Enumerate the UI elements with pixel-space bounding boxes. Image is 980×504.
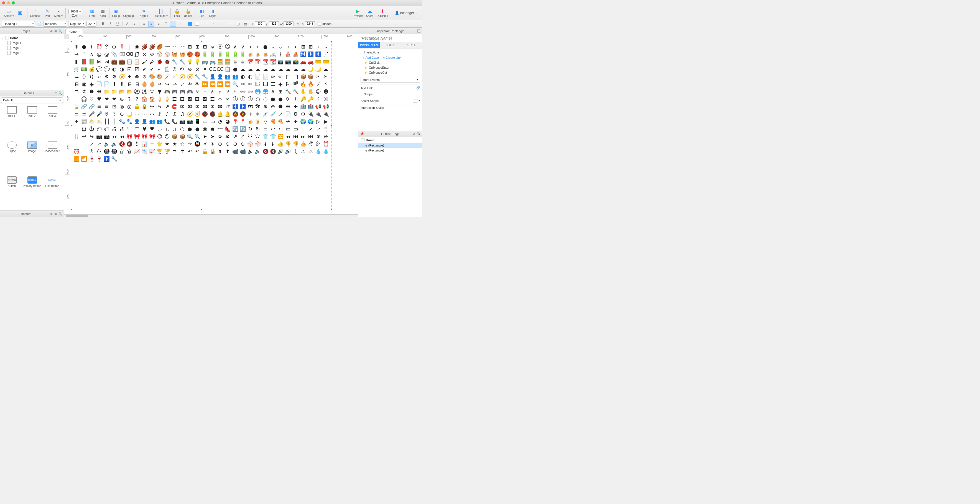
unlock-button[interactable]: 🔓Unlock (183, 7, 194, 19)
align-button[interactable]: ⫷Align ▾ (138, 7, 149, 19)
valign-middle-button[interactable]: ⊟ (170, 21, 176, 27)
tab-style[interactable]: STYLE (401, 42, 422, 48)
scrollbar-thumb[interactable] (66, 215, 88, 217)
copy-icon[interactable]: 📋 (417, 29, 421, 33)
connect-tool-button[interactable]: ⟋Connect (29, 7, 41, 19)
resize-handle-ne[interactable] (330, 40, 332, 42)
event-onmouseout[interactable]: OnMouseOut (358, 70, 422, 75)
interactions-section-header[interactable]: Interactions (358, 49, 422, 55)
tab-properties[interactable]: PROPERTIES (358, 42, 380, 48)
resize-handle-w[interactable] (70, 125, 72, 126)
style-manager-button[interactable]: 📄 (36, 21, 42, 27)
add-folder-icon[interactable]: ⊞ (54, 212, 57, 216)
search-icon[interactable]: 🔍 (59, 91, 62, 95)
create-link[interactable]: Create Link (383, 56, 401, 59)
event-onclick[interactable]: OnClick (358, 60, 422, 65)
shape-picker[interactable]: ▾ (413, 99, 420, 103)
resize-handle-s[interactable] (200, 209, 202, 211)
line-style-button[interactable]: ┄ (211, 21, 217, 27)
search-icon[interactable]: 🔍 (59, 29, 62, 33)
preview-button[interactable]: ▶Preview (352, 7, 364, 19)
widget-ellipse[interactable]: Ellipse (2, 140, 21, 174)
add-master-icon[interactable]: ⊕ (50, 212, 52, 216)
page-tree-root[interactable]: ▾Home (0, 35, 64, 40)
zoom-level[interactable]: 100% ▾ (68, 9, 83, 14)
underline-button[interactable]: U (115, 21, 121, 27)
resize-handle-se[interactable] (330, 209, 332, 211)
add-case-link[interactable]: Add Case (363, 56, 379, 59)
publish-button[interactable]: ⬇Publish ▾ (375, 7, 389, 19)
line-arrow-button[interactable]: → (218, 21, 224, 27)
text-color-button[interactable]: A (124, 21, 130, 27)
outline-item[interactable]: A(Rectangle) (358, 143, 422, 148)
font-size-input[interactable]: 32 (86, 21, 97, 27)
group-button[interactable]: ▣Group (111, 7, 121, 19)
dock-left-button[interactable]: ◧Left (197, 7, 207, 19)
close-tab-icon[interactable]: × (78, 30, 80, 33)
filter-icon[interactable]: ⚙ (412, 132, 415, 136)
text-style-dropdown[interactable]: Heading 1 (2, 21, 35, 27)
user-menu[interactable]: 👤bosenger⌄ (393, 10, 420, 16)
select-tool-button[interactable]: ▭Select ▾ (3, 7, 15, 19)
padding-button[interactable]: ▦ (242, 21, 248, 27)
shape-name-input[interactable]: (Rectangle Name) (358, 34, 422, 42)
bring-front-button[interactable]: ▦Front (88, 7, 97, 19)
widget-link-button[interactable]: BUTTONLink Button (43, 175, 62, 209)
align-center-button[interactable]: ≡ (148, 21, 154, 27)
resize-handle-e[interactable] (330, 125, 332, 126)
italic-button[interactable]: I (107, 21, 113, 27)
fill-color-button[interactable] (187, 21, 193, 27)
send-back-button[interactable]: ▦Back (98, 7, 108, 19)
horizontal-scrollbar[interactable] (64, 214, 358, 217)
search-icon[interactable]: 🔍 (59, 212, 62, 216)
pages-tree[interactable]: ▾Home Page 1 Page 2 Page 3 (0, 34, 64, 90)
more-events-dropdown[interactable]: More Events▾ (361, 77, 420, 82)
select-region-button[interactable]: ▣ (16, 7, 25, 19)
h-input[interactable] (305, 21, 315, 26)
menu-icon[interactable]: ≡ (55, 91, 57, 95)
border-color-button[interactable] (194, 21, 200, 27)
maximize-window-button[interactable] (12, 2, 15, 5)
widget-image[interactable]: ☀Image (22, 140, 41, 174)
align-left-button[interactable]: ≡ (141, 21, 147, 27)
outline-root[interactable]: Home (358, 137, 422, 143)
more-tools-button[interactable]: ⋯More ▾ (53, 7, 64, 19)
page-tree-item[interactable]: Page 2 (0, 45, 64, 51)
resize-handle-n[interactable] (200, 40, 202, 42)
w-input[interactable] (283, 21, 293, 26)
hidden-checkbox[interactable]: Hidden (318, 22, 331, 25)
y-input[interactable] (269, 21, 279, 26)
dock-right-button[interactable]: ◨Right (208, 7, 217, 19)
link-wh-button[interactable]: ⬄ (294, 21, 301, 27)
align-right-button[interactable]: ≡ (156, 21, 162, 27)
valign-bottom-button[interactable]: ⊥ (177, 21, 183, 27)
line-width-button[interactable]: ─ (204, 21, 210, 27)
valign-top-button[interactable]: ⊤ (163, 21, 169, 27)
close-window-button[interactable] (2, 2, 5, 5)
minimize-window-button[interactable] (7, 2, 10, 5)
add-page-icon[interactable]: ⊕ (50, 29, 52, 33)
library-select-dropdown[interactable]: Default▾ (1, 97, 63, 103)
x-input[interactable] (255, 21, 265, 26)
distribute-button[interactable]: ┃┃Distribute ▾ (153, 7, 169, 19)
zoom-control[interactable]: 100% ▾Zoom (67, 7, 84, 19)
tab-notes[interactable]: NOTES (380, 42, 401, 48)
add-folder-icon[interactable]: ⊞ (54, 29, 57, 33)
page-tree-item[interactable]: Page 3 (0, 51, 64, 55)
share-button[interactable]: ☁Share (365, 7, 375, 19)
corner-radius-button[interactable]: ◠ (228, 21, 234, 27)
shape-section-header[interactable]: Shape (358, 91, 422, 97)
widget-box1[interactable]: Box 1 (2, 105, 21, 139)
page-tab-home[interactable]: Home× (65, 29, 83, 34)
resize-handle-nw[interactable] (70, 40, 72, 42)
widget-placeholder[interactable]: ✕Placeholder (43, 140, 62, 174)
lock-button[interactable]: 🔒Lock (172, 7, 182, 19)
widget-primary-button[interactable]: BUTTONPrimary Button (22, 175, 41, 209)
ungroup-button[interactable]: ▢Ungroup (122, 7, 135, 19)
page-canvas[interactable]: ⊕●+⏰⏱⏲❗❕◉🏈🏈🏉〰〰〰⊞⊞⊞⍟ⒶⒶ∧∨‹›●⌄⌄‹›⊞⊞›↓→↑∧@@📎… (69, 39, 358, 214)
outer-shadow-button[interactable]: ▢ (235, 21, 241, 27)
outline-tree[interactable]: Home A(Rectangle) A(Rectangle) (358, 137, 422, 217)
bold-button[interactable]: B (100, 21, 106, 27)
outline-item[interactable]: A(Rectangle) (358, 148, 422, 153)
bullets-button[interactable]: ≡ (131, 21, 137, 27)
